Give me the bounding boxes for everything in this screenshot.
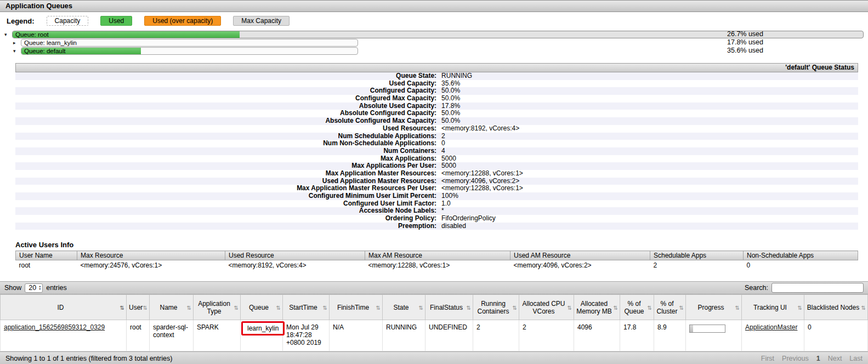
queue-bar-default[interactable]: Queue: default [21, 47, 358, 55]
application-id-link[interactable]: application_1562569859312_0329 [4, 323, 105, 331]
status-value: 0 [439, 140, 445, 147]
status-label: Num Schedulable Applications: [15, 133, 439, 140]
entries-label: entries [46, 284, 67, 292]
active-users-column-header: Non-Schedulable Apps [744, 251, 858, 260]
progress-bar-fill [690, 325, 693, 332]
status-label: Configured Minimum User Limit Percent: [15, 192, 439, 200]
column-header[interactable]: Progress ⇅ [686, 295, 742, 320]
app-pct-queue-cell: 17.8 [620, 320, 654, 351]
queue-name-label: Queue: learn_kylin [24, 39, 77, 46]
expand-arrow-icon[interactable]: ▸ [13, 40, 21, 46]
queue-status-table: Queue State: RUNNING Used Capacity: 35.6… [15, 72, 858, 230]
applications-table: ID ⇅ User ⇅ Name ⇅ Application Type ⇅ Qu… [0, 294, 868, 351]
queue-status-row: Configured Capacity: 50.0% [15, 87, 858, 95]
column-header[interactable]: State ⇅ [383, 295, 426, 320]
active-users-column-header: Max Resource [77, 251, 225, 260]
page-size-select[interactable]: 20 ▴▾ [25, 283, 43, 293]
page-number-button[interactable]: 1 [816, 355, 820, 362]
queue-status-row: Max Applications Per User: 5000 [15, 162, 858, 170]
status-label: Num Containers: [15, 147, 439, 155]
page-next-button[interactable]: Next [828, 355, 842, 362]
queue-status-row: Configured Minimum User Limit Percent: 1… [15, 192, 858, 200]
page-last-button[interactable]: Last [849, 355, 863, 362]
active-users-section: Active Users Info User NameMax ResourceU… [15, 241, 858, 270]
queue-status-row: Used Resources: <memory:8192, vCores:4> [15, 125, 858, 133]
sort-icon: ⇅ [648, 304, 652, 310]
app-queue-cell: learn_kylin [241, 320, 283, 351]
active-users-cell: 0 [744, 260, 858, 271]
app-id-cell: application_1562569859312_0329 [1, 320, 127, 351]
column-header[interactable]: Application Type ⇅ [194, 295, 241, 320]
show-label: Show [4, 284, 21, 292]
column-header[interactable]: Queue ⇅ [241, 295, 283, 320]
page-size-value: 20 [29, 284, 36, 292]
apps-footer: Showing 1 to 1 of 1 entries (filtered fr… [0, 351, 868, 364]
column-header[interactable]: FinishTime ⇅ [330, 295, 383, 320]
search-label: Search: [745, 284, 768, 292]
column-header[interactable]: Tracking UI ⇅ [742, 295, 804, 320]
queue-row-root: ▾ Queue: root 26.7% used [4, 30, 864, 38]
column-header[interactable]: ID ⇅ [1, 295, 127, 320]
active-users-cell: 2 [650, 260, 744, 271]
column-header[interactable]: StartTime ⇅ [283, 295, 330, 320]
active-users-data-row: root<memory:24576, vCores:1><memory:8192… [16, 260, 858, 271]
active-users-cell: <memory:8192, vCores:4> [225, 260, 365, 271]
queue-row-learn-kylin: ▸ Queue: learn_kylin 17.8% used [4, 38, 864, 47]
select-arrows-icon: ▴▾ [39, 285, 41, 291]
sort-icon: ⇅ [467, 304, 471, 310]
column-header[interactable]: FinalStatus ⇅ [426, 295, 473, 320]
entries-info: Showing 1 to 1 of 1 entries (filtered fr… [5, 355, 172, 362]
expand-arrow-icon[interactable]: ▾ [4, 32, 12, 37]
applications-header-row: ID ⇅ User ⇅ Name ⇅ Application Type ⇅ Qu… [1, 295, 868, 320]
queue-status-row: Configured Max Capacity: 50.0% [15, 95, 858, 103]
sort-icon: ⇅ [798, 304, 802, 310]
column-header[interactable]: Running Containers ⇅ [473, 295, 519, 320]
queue-status-row: Num Schedulable Applications: 2 [15, 133, 858, 140]
status-value: 1.0 [439, 200, 451, 208]
status-label: Absolute Used Capacity: [15, 103, 439, 110]
column-header[interactable]: User ⇅ [127, 295, 150, 320]
column-header[interactable]: Allocated Memory MB ⇅ [574, 295, 620, 320]
app-state-cell: RUNNING [383, 320, 426, 351]
column-header[interactable]: Blacklisted Nodes ⇅ [804, 295, 868, 320]
column-header[interactable]: Allocated CPU VCores ⇅ [519, 295, 574, 320]
status-value: RUNNING [439, 72, 472, 80]
column-header[interactable]: % of Queue ⇅ [620, 295, 654, 320]
status-label: Num Non-Schedulable Applications: [15, 140, 439, 147]
apps-toolbar: Show 20 ▴▾ entries Search: [0, 281, 868, 294]
queue-status-row: Absolute Used Capacity: 17.8% [15, 103, 858, 110]
queue-used-percent: 17.8% used [727, 38, 763, 46]
column-header[interactable]: % of Cluster ⇅ [654, 295, 686, 320]
pagination: First Previous 1 Next Last [761, 355, 863, 362]
status-label: Max Applications Per User: [15, 162, 439, 170]
expand-arrow-icon[interactable]: ▾ [13, 48, 21, 54]
active-users-cell: <memory:4096, vCores:2> [510, 260, 650, 271]
status-label: Configured Capacity: [15, 87, 439, 95]
queue-status-row: Accessible Node Labels: * [15, 207, 858, 215]
status-value: 50.0% [439, 95, 460, 103]
app-running-containers-cell: 2 [473, 320, 519, 351]
app-progress-cell [686, 320, 742, 351]
app-type-cell: SPARK [194, 320, 241, 351]
sort-icon: ⇅ [143, 304, 147, 310]
queue-status-row: Ordering Policy: FifoOrderingPolicy [15, 215, 858, 223]
status-value: disabled [439, 223, 466, 230]
sort-icon: ⇅ [120, 304, 124, 310]
status-value: <memory:12288, vCores:1> [439, 170, 523, 178]
column-header[interactable]: Name ⇅ [150, 295, 194, 320]
active-users-column-header: User Name [16, 251, 77, 260]
search-input[interactable] [771, 283, 864, 293]
sort-icon: ⇅ [614, 304, 618, 310]
page-previous-button[interactable]: Previous [782, 355, 809, 362]
red-annotation-box: learn_kylin [241, 321, 285, 335]
queue-bar-learn-kylin[interactable]: Queue: learn_kylin [21, 39, 358, 47]
status-value: <memory:12288, vCores:1> [439, 185, 523, 192]
tracking-ui-link[interactable]: ApplicationMaster [745, 323, 797, 331]
active-users-column-header: Max AM Resource [365, 251, 510, 260]
page-first-button[interactable]: First [761, 355, 774, 362]
sort-icon: ⇅ [187, 304, 191, 310]
legend-used: Used [100, 16, 132, 26]
status-label: Configured User Limit Factor: [15, 200, 439, 208]
status-label: Configured Max Capacity: [15, 95, 439, 103]
app-finishtime-cell: N/A [330, 320, 383, 351]
